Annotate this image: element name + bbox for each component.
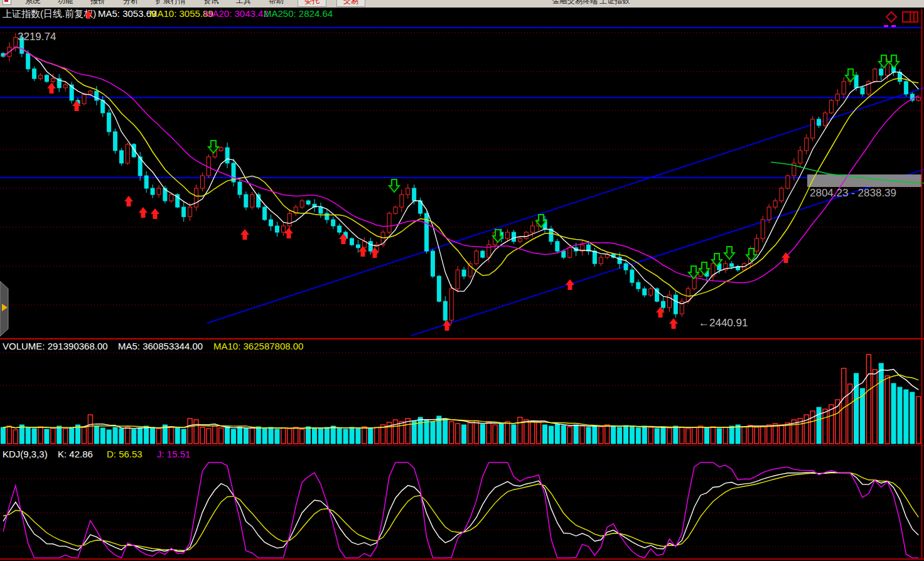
kdj-k-value-label: K: 42.86	[58, 449, 93, 459]
trade-button[interactable]: 交易	[336, 0, 365, 7]
chart-background	[0, 8, 924, 561]
menu-item-help[interactable]: 帮助	[269, 0, 284, 6]
ma5-value-label: MA5: 3053.69	[98, 8, 156, 19]
menu-item-tools[interactable]: 工具	[236, 0, 251, 6]
menu-item-system[interactable]: 系统	[25, 0, 40, 6]
order-entry-button[interactable]: 委托	[298, 0, 326, 7]
high-price-annotation: 3219.74	[18, 31, 56, 43]
menu-item-extended[interactable]: 扩展行情	[156, 0, 186, 6]
gap-band	[807, 174, 921, 187]
volume-ma5-value-label: MA5: 360853344.00	[118, 341, 203, 351]
ma20-value-label: MA20: 3043.42	[205, 8, 269, 19]
sidebar-expand-handle[interactable]	[0, 281, 8, 336]
kdj-j-value-label: J: 15.51	[157, 449, 190, 459]
app-logo-icon	[3, 0, 11, 5]
menu-item-analysis[interactable]: 分析	[123, 0, 138, 6]
instrument-title[interactable]: 上证指数(日线.前复权)	[3, 8, 96, 19]
trading-app-window: 系统 功能 报价 分析 扩展行情 资讯 工具 帮助 委托 交易 金融交易终端 上…	[0, 0, 924, 561]
gap-band-annotation: 2804.23 - 2838.39	[810, 187, 896, 199]
menu-item-news[interactable]: 资讯	[203, 0, 218, 6]
menu-item-quotes[interactable]: 报价	[90, 0, 105, 6]
ma10-value-label: MA10: 3055.89	[149, 8, 213, 19]
low-price-annotation: ←2440.91	[699, 317, 748, 329]
chart-surface: 上证指数(日线.前复权) MA5: 3053.69 MA10: 3055.89 …	[0, 8, 924, 561]
ma250-value-label: MA250: 2824.64	[264, 8, 333, 19]
volume-value-label: VOLUME: 291390368.00	[3, 341, 108, 351]
marker-dash	[891, 25, 896, 27]
marker-dash	[884, 25, 888, 27]
menu-bar-right-text: 金融交易终端 上证指数	[552, 0, 630, 6]
menu-item-function[interactable]: 功能	[58, 0, 73, 6]
kdj-title-label: KDJ(9,3,3)	[3, 449, 48, 459]
kdj-d-value-label: D: 56.53	[107, 449, 142, 459]
volume-ma10-value-label: MA10: 362587808.00	[213, 341, 303, 351]
